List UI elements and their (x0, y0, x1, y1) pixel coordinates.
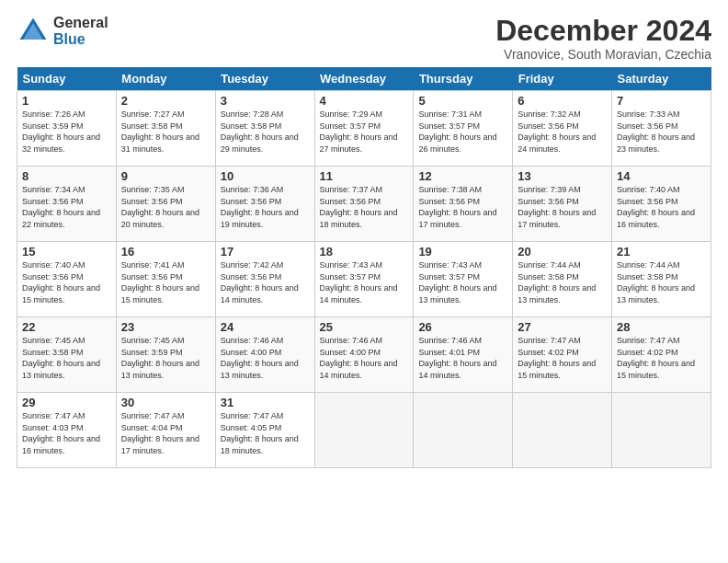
calendar-day: 25 Sunrise: 7:46 AM Sunset: 4:00 PM Dayl… (314, 317, 414, 393)
day-number: 14 (617, 169, 706, 183)
day-number: 19 (418, 245, 507, 259)
day-number: 26 (418, 320, 507, 334)
day-number: 22 (22, 320, 111, 334)
calendar-day: 2 Sunrise: 7:27 AM Sunset: 3:58 PM Dayli… (116, 91, 215, 167)
header-friday: Friday (513, 67, 612, 91)
calendar-day: 28 Sunrise: 7:47 AM Sunset: 4:02 PM Dayl… (612, 317, 711, 393)
calendar-day: 11 Sunrise: 7:37 AM Sunset: 3:56 PM Dayl… (314, 167, 414, 242)
calendar-week-row: 1 Sunrise: 7:26 AM Sunset: 3:59 PM Dayli… (17, 91, 711, 167)
day-info: Sunrise: 7:26 AM Sunset: 3:59 PM Dayligh… (22, 109, 111, 155)
header-monday: Monday (116, 67, 215, 91)
day-info: Sunrise: 7:27 AM Sunset: 3:58 PM Dayligh… (121, 109, 210, 155)
day-info: Sunrise: 7:42 AM Sunset: 3:56 PM Dayligh… (221, 259, 310, 305)
day-info: Sunrise: 7:31 AM Sunset: 3:57 PM Dayligh… (418, 109, 507, 155)
calendar-day (513, 393, 612, 468)
calendar-day: 26 Sunrise: 7:46 AM Sunset: 4:01 PM Dayl… (414, 317, 513, 393)
calendar-day: 12 Sunrise: 7:38 AM Sunset: 3:56 PM Dayl… (414, 167, 513, 242)
day-number: 24 (221, 320, 310, 334)
day-number: 29 (22, 396, 111, 409)
day-number: 31 (221, 396, 310, 409)
calendar-day: 3 Sunrise: 7:28 AM Sunset: 3:58 PM Dayli… (215, 91, 314, 167)
day-info: Sunrise: 7:47 AM Sunset: 4:02 PM Dayligh… (617, 335, 706, 381)
calendar-day: 7 Sunrise: 7:33 AM Sunset: 3:56 PM Dayli… (612, 91, 711, 167)
calendar-day: 15 Sunrise: 7:40 AM Sunset: 3:56 PM Dayl… (17, 242, 117, 317)
calendar-day: 29 Sunrise: 7:47 AM Sunset: 4:03 PM Dayl… (17, 393, 117, 468)
calendar-week-row: 15 Sunrise: 7:40 AM Sunset: 3:56 PM Dayl… (17, 242, 711, 317)
day-info: Sunrise: 7:46 AM Sunset: 4:00 PM Dayligh… (320, 335, 409, 381)
calendar-day: 22 Sunrise: 7:45 AM Sunset: 3:58 PM Dayl… (17, 317, 117, 393)
calendar-week-row: 22 Sunrise: 7:45 AM Sunset: 3:58 PM Dayl… (17, 317, 711, 393)
day-number: 5 (418, 94, 507, 108)
header-tuesday: Tuesday (215, 67, 314, 91)
day-number: 27 (518, 320, 607, 334)
calendar-day (314, 393, 414, 468)
header-saturday: Saturday (612, 67, 711, 91)
page-container: General Blue December 2024 Vranovice, So… (0, 0, 728, 477)
calendar-table: Sunday Monday Tuesday Wednesday Thursday… (17, 67, 711, 468)
day-info: Sunrise: 7:46 AM Sunset: 4:01 PM Dayligh… (418, 335, 507, 381)
day-info: Sunrise: 7:28 AM Sunset: 3:58 PM Dayligh… (221, 109, 310, 155)
day-info: Sunrise: 7:39 AM Sunset: 3:56 PM Dayligh… (518, 184, 607, 230)
day-info: Sunrise: 7:29 AM Sunset: 3:57 PM Dayligh… (320, 109, 409, 155)
calendar-day: 19 Sunrise: 7:43 AM Sunset: 3:57 PM Dayl… (414, 242, 513, 317)
header-thursday: Thursday (414, 67, 513, 91)
header: General Blue December 2024 Vranovice, So… (17, 15, 711, 62)
day-info: Sunrise: 7:33 AM Sunset: 3:56 PM Dayligh… (617, 109, 706, 155)
title-block: December 2024 Vranovice, South Moravian,… (495, 15, 711, 62)
day-info: Sunrise: 7:46 AM Sunset: 4:00 PM Dayligh… (221, 335, 310, 381)
logo: General Blue (17, 15, 108, 48)
day-info: Sunrise: 7:35 AM Sunset: 3:56 PM Dayligh… (121, 184, 210, 230)
calendar-day: 21 Sunrise: 7:44 AM Sunset: 3:58 PM Dayl… (612, 242, 711, 317)
header-wednesday: Wednesday (314, 67, 414, 91)
logo-icon (17, 15, 50, 48)
day-number: 7 (617, 94, 706, 108)
logo-text: General Blue (53, 15, 108, 47)
day-info: Sunrise: 7:44 AM Sunset: 3:58 PM Dayligh… (518, 259, 607, 305)
day-info: Sunrise: 7:32 AM Sunset: 3:56 PM Dayligh… (518, 109, 607, 155)
day-number: 6 (518, 94, 607, 108)
day-info: Sunrise: 7:34 AM Sunset: 3:56 PM Dayligh… (22, 184, 111, 230)
day-info: Sunrise: 7:47 AM Sunset: 4:05 PM Dayligh… (221, 410, 310, 456)
day-number: 30 (121, 396, 210, 409)
day-info: Sunrise: 7:44 AM Sunset: 3:58 PM Dayligh… (617, 259, 706, 305)
calendar-day: 9 Sunrise: 7:35 AM Sunset: 3:56 PM Dayli… (116, 167, 215, 242)
calendar-day: 5 Sunrise: 7:31 AM Sunset: 3:57 PM Dayli… (414, 91, 513, 167)
day-number: 28 (617, 320, 706, 334)
day-number: 13 (518, 169, 607, 183)
day-info: Sunrise: 7:41 AM Sunset: 3:56 PM Dayligh… (121, 259, 210, 305)
logo-blue-text: Blue (53, 31, 108, 48)
calendar-week-row: 8 Sunrise: 7:34 AM Sunset: 3:56 PM Dayli… (17, 167, 711, 242)
calendar-day: 24 Sunrise: 7:46 AM Sunset: 4:00 PM Dayl… (215, 317, 314, 393)
day-number: 4 (320, 94, 409, 108)
calendar-day: 1 Sunrise: 7:26 AM Sunset: 3:59 PM Dayli… (17, 91, 117, 167)
logo-general-text: General (53, 15, 108, 31)
day-number: 1 (22, 94, 111, 108)
day-number: 15 (22, 245, 111, 259)
day-number: 20 (518, 245, 607, 259)
day-info: Sunrise: 7:47 AM Sunset: 4:02 PM Dayligh… (518, 335, 607, 381)
calendar-day (414, 393, 513, 468)
calendar-day: 10 Sunrise: 7:36 AM Sunset: 3:56 PM Dayl… (215, 167, 314, 242)
calendar-day: 31 Sunrise: 7:47 AM Sunset: 4:05 PM Dayl… (215, 393, 314, 468)
day-number: 16 (121, 245, 210, 259)
calendar-day: 16 Sunrise: 7:41 AM Sunset: 3:56 PM Dayl… (116, 242, 215, 317)
calendar-day: 8 Sunrise: 7:34 AM Sunset: 3:56 PM Dayli… (17, 167, 117, 242)
calendar-day: 17 Sunrise: 7:42 AM Sunset: 3:56 PM Dayl… (215, 242, 314, 317)
day-number: 2 (121, 94, 210, 108)
calendar-week-row: 29 Sunrise: 7:47 AM Sunset: 4:03 PM Dayl… (17, 393, 711, 468)
day-info: Sunrise: 7:47 AM Sunset: 4:03 PM Dayligh… (22, 410, 111, 456)
day-number: 11 (320, 169, 409, 183)
calendar-day (612, 393, 711, 468)
calendar-day: 27 Sunrise: 7:47 AM Sunset: 4:02 PM Dayl… (513, 317, 612, 393)
day-number: 3 (221, 94, 310, 108)
day-info: Sunrise: 7:38 AM Sunset: 3:56 PM Dayligh… (418, 184, 507, 230)
day-number: 10 (221, 169, 310, 183)
day-info: Sunrise: 7:36 AM Sunset: 3:56 PM Dayligh… (221, 184, 310, 230)
day-info: Sunrise: 7:43 AM Sunset: 3:57 PM Dayligh… (320, 259, 409, 305)
day-number: 21 (617, 245, 706, 259)
calendar-day: 18 Sunrise: 7:43 AM Sunset: 3:57 PM Dayl… (314, 242, 414, 317)
day-number: 23 (121, 320, 210, 334)
day-number: 17 (221, 245, 310, 259)
calendar-day: 4 Sunrise: 7:29 AM Sunset: 3:57 PM Dayli… (314, 91, 414, 167)
day-info: Sunrise: 7:45 AM Sunset: 3:59 PM Dayligh… (121, 335, 210, 381)
